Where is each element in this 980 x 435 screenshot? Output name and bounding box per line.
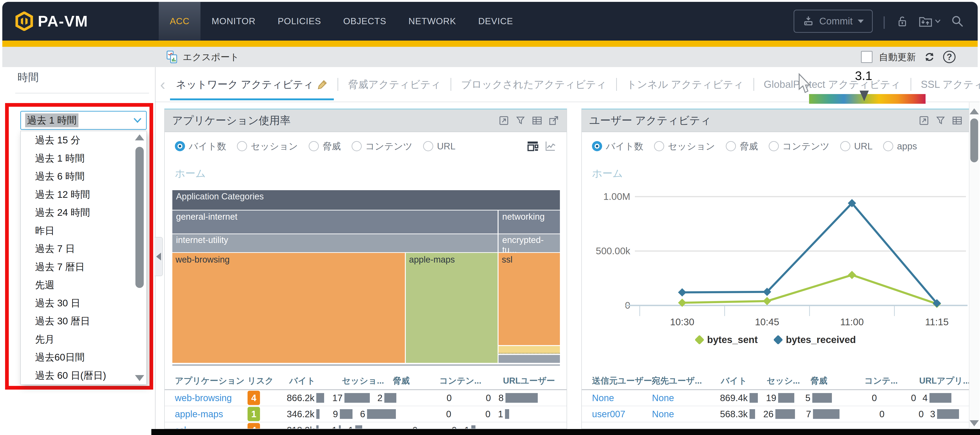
radio-icon[interactable] <box>423 141 433 151</box>
metric-radio-URL[interactable]: URL <box>423 141 455 151</box>
treemap-app[interactable]: ssl <box>498 253 560 345</box>
config-import-export-button[interactable] <box>918 14 941 28</box>
radio-icon[interactable] <box>175 141 185 151</box>
time-option[interactable]: 過去 30 日 <box>21 294 146 312</box>
config-lock-button[interactable] <box>896 15 908 28</box>
column-header[interactable]: バイト <box>705 375 767 387</box>
user-link[interactable]: None <box>652 393 674 403</box>
radio-icon[interactable] <box>352 141 362 151</box>
chart-breadcrumb[interactable]: ホーム <box>592 167 623 180</box>
metric-radio-バイト数[interactable]: バイト数 <box>175 140 226 152</box>
table-row[interactable]: user007None568.3k267003 <box>582 406 970 422</box>
scroll-up-icon[interactable] <box>970 108 979 114</box>
scroll-down-icon[interactable] <box>135 375 144 381</box>
column-header[interactable]: コンテ... <box>853 375 898 387</box>
treemap-app[interactable]: web-browsing <box>172 253 405 363</box>
time-option[interactable]: 過去 1 時間 <box>21 149 146 168</box>
nav-tab-monitor[interactable]: MONITOR <box>200 2 266 41</box>
page-scrollbar[interactable] <box>969 102 980 429</box>
treemap-breadcrumb[interactable]: ホーム <box>175 167 206 180</box>
help-icon[interactable]: ? <box>943 51 956 63</box>
scrollbar-thumb[interactable] <box>970 119 978 162</box>
acc-tab[interactable]: トンネル アクティビティ <box>624 67 746 102</box>
column-header[interactable]: バイト <box>273 375 342 387</box>
legend-item-bytes_sent[interactable]: bytes_sent <box>696 334 757 345</box>
refresh-icon[interactable] <box>922 50 937 64</box>
radio-icon[interactable] <box>592 141 602 151</box>
time-option[interactable]: 先週 <box>21 276 146 294</box>
table-row[interactable]: ssl4218.2k11001 <box>165 422 566 429</box>
maximize-icon[interactable] <box>498 115 509 126</box>
metric-radio-URL[interactable]: URL <box>840 141 872 151</box>
scroll-up-icon[interactable] <box>135 134 144 140</box>
export-button[interactable]: エクスポート <box>164 49 240 64</box>
nav-tab-policies[interactable]: POLICIES <box>267 2 332 41</box>
time-option[interactable]: 過去 24 時間 <box>21 203 146 222</box>
time-option[interactable]: 過去 60 日(暦日) <box>21 367 146 385</box>
radio-icon[interactable] <box>769 141 779 151</box>
maximize-icon[interactable] <box>918 115 929 126</box>
treemap-category[interactable]: networking <box>498 211 560 233</box>
nav-tab-objects[interactable]: OBJECTS <box>332 2 398 41</box>
user-link[interactable]: None <box>592 393 614 403</box>
commit-button[interactable]: Commit <box>794 10 873 33</box>
time-option[interactable]: 昨日 <box>21 222 146 240</box>
radio-icon[interactable] <box>309 141 319 151</box>
time-option[interactable]: 過去 6 時間 <box>21 167 146 186</box>
treemap-root[interactable]: Application Categories <box>172 190 560 210</box>
filter-icon[interactable] <box>515 115 526 126</box>
table-view-icon[interactable] <box>951 115 963 126</box>
edit-pencil-icon[interactable] <box>317 79 328 90</box>
column-header[interactable]: 送信元ユーザー <box>592 375 652 387</box>
time-option[interactable]: 過去 15 分 <box>21 131 146 149</box>
radio-icon[interactable] <box>237 141 247 151</box>
sidebar-collapse-handle[interactable] <box>154 237 163 276</box>
nav-tab-acc[interactable]: ACC <box>159 2 200 41</box>
legend-item-bytes_received[interactable]: bytes_received <box>775 334 856 345</box>
app-link[interactable]: apple-maps <box>175 409 223 419</box>
table-view-icon[interactable] <box>531 115 542 126</box>
scroll-down-icon[interactable] <box>970 420 979 426</box>
metric-radio-セッション[interactable]: セッション <box>237 140 298 152</box>
treemap-subcategory[interactable]: internet-utility <box>172 234 498 252</box>
column-header[interactable]: URL <box>898 376 937 386</box>
metric-radio-コンテンツ[interactable]: コンテンツ <box>352 140 413 152</box>
table-row[interactable]: NoneNone869.4k195004 <box>582 390 970 406</box>
column-header[interactable]: 宛先ユーザ... <box>652 375 705 387</box>
treemap-app-small[interactable] <box>498 354 560 363</box>
acc-tab[interactable]: ネットワーク アクティビティ <box>173 67 331 102</box>
time-option[interactable]: 過去 12 時間 <box>21 186 146 204</box>
column-header[interactable]: 脅威 <box>393 375 426 387</box>
metric-radio-バイト数[interactable]: バイト数 <box>592 140 643 152</box>
line-chart-view-icon[interactable] <box>544 140 557 152</box>
dropdown-scrollbar[interactable] <box>135 133 145 382</box>
acc-tab[interactable]: 脅威アクティビティ <box>345 67 444 102</box>
metric-radio-セッション[interactable]: セッション <box>654 140 715 152</box>
time-option[interactable]: 過去 30 暦日 <box>21 312 146 330</box>
nav-tab-device[interactable]: DEVICE <box>467 2 524 41</box>
table-row[interactable]: apple-maps1346.2k96001 <box>165 406 566 422</box>
time-option[interactable]: 先月 <box>21 330 146 349</box>
time-option[interactable]: 過去60日間 <box>21 348 146 367</box>
table-row[interactable]: web-browsing4866.2k172008 <box>165 390 566 406</box>
time-option[interactable]: 過去 7 暦日 <box>21 258 146 276</box>
column-header[interactable]: セッショ... <box>342 375 393 387</box>
treemap-subcategory[interactable]: encrypted-tu... <box>498 234 560 252</box>
column-header[interactable]: セッシ... <box>767 375 810 387</box>
time-range-select[interactable]: 過去 1 時間 <box>20 111 147 130</box>
metric-radio-apps[interactable]: apps <box>883 141 917 151</box>
tab-scroll-left-icon[interactable]: ‹ <box>160 75 165 94</box>
acc-tab[interactable]: SSL アクティビテ <box>918 67 980 102</box>
treemap-category[interactable]: general-internet <box>172 211 498 233</box>
app-link[interactable]: ssl <box>175 425 186 429</box>
time-option[interactable]: 過去 7 日 <box>21 240 146 258</box>
column-header[interactable]: リスク <box>248 375 273 387</box>
column-header[interactable]: アプリ... <box>937 375 970 387</box>
metric-radio-脅威[interactable]: 脅威 <box>726 140 758 152</box>
radio-icon[interactable] <box>654 141 664 151</box>
app-link[interactable]: web-browsing <box>175 393 232 403</box>
radio-icon[interactable] <box>840 141 850 151</box>
column-header[interactable]: ユーザー <box>520 375 566 387</box>
column-header[interactable]: URL <box>482 376 521 386</box>
radio-icon[interactable] <box>726 141 736 151</box>
